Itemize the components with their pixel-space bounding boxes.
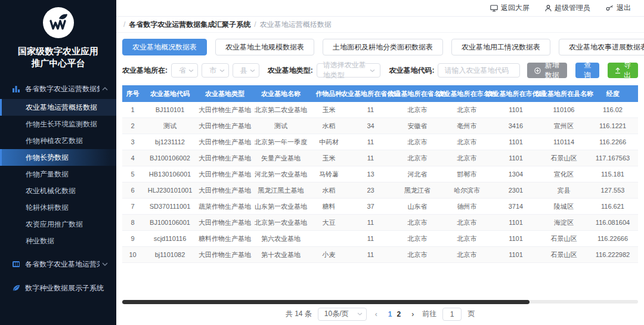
column-header: 农业基地所在省名称 (392, 85, 442, 102)
table-row[interactable]: 10bj1101082大田作物生产基地第十农业基地小麦11北京市北京市1101石… (122, 247, 638, 263)
table-cell: 11 (349, 215, 392, 231)
breadcrumb-system[interactable]: 各省数字农业运营数据集成汇聚子系统 (129, 20, 250, 30)
sidebar-item-2[interactable]: 作物种植农艺数据 (0, 132, 116, 149)
table-row[interactable]: 1BJ110101大田作物生产基地北京第二农业基地玉米11北京市北京市11011… (122, 102, 638, 118)
table-cell: 1101 (491, 150, 540, 166)
goto-page-input[interactable] (442, 308, 462, 321)
table-cell: 117.167563 (587, 150, 638, 166)
prev-page-button[interactable]: ‹ (373, 310, 380, 318)
table-cell: bj1231112 (143, 134, 197, 150)
base-code-input[interactable] (438, 63, 520, 78)
column-header: 农业基地所在县名称 (540, 85, 587, 102)
tab-1[interactable]: 农业基地土地规模数据表 (215, 39, 314, 55)
current-user[interactable]: 超级管理员 (545, 3, 590, 13)
tab-4[interactable]: 农业基地农事进展数据表 (559, 39, 644, 55)
table-cell: 河北第一农业基地 (253, 166, 309, 182)
table-row[interactable]: 6HLJ230101001大田作物生产基地黑龙江黑土基地水稻23黑龙江省哈尔滨市… (122, 182, 638, 199)
table-cell: 石景山区 (540, 247, 587, 263)
horizontal-scrollbar-track[interactable] (122, 300, 638, 304)
table-cell: 11 (349, 231, 392, 247)
sidebar-item-6[interactable]: 轮耕休耕数据 (0, 199, 116, 216)
table-cell: 大豆 (309, 215, 349, 231)
breadcrumb-page: 农业基地运营概括数据 (260, 20, 332, 30)
province-select[interactable]: 省 (171, 63, 198, 78)
column-header: 农业基地所在省代码 (349, 85, 392, 102)
table-cell: 1101 (491, 134, 540, 150)
table-cell: 蔬菜作物生产基地 (197, 199, 253, 215)
table-cell: 测试 (143, 118, 197, 134)
tab-3[interactable]: 农业基地用工情况数据表 (451, 39, 550, 55)
base-type-filter-label: 农业基地类型: (268, 66, 313, 76)
base-type-placeholder: 请选择农业基地类型 (323, 60, 370, 81)
table-cell: 糖料 (309, 199, 349, 215)
sidebar-item-4[interactable]: 作物产量数据 (0, 166, 116, 182)
table-cell: 4 (122, 150, 143, 166)
sidebar-item-8[interactable]: 种业数据 (0, 233, 116, 249)
sidebar-item-3[interactable]: 作物长势数据 (0, 149, 116, 166)
base-type-select[interactable]: 请选择农业基地类型 (317, 63, 381, 78)
city-select[interactable]: 市 (202, 63, 228, 78)
table-cell: 安徽省 (392, 118, 442, 134)
table-cell: 测试 (253, 118, 309, 134)
sidebar-submenu: 农业基地运营概括数据作物生长环境监测数据作物种植农艺数据作物长势数据作物产量数据… (0, 99, 116, 249)
table-cell: 大田作物生产基地 (197, 182, 253, 199)
sidebar-group-collection-subsystem[interactable]: 各省数字农业基地运营采集子系统 (0, 254, 116, 274)
table-cell: 大田作物生产基地 (197, 118, 253, 134)
grid-icon (12, 260, 20, 268)
table-cell: 6 (122, 182, 143, 199)
table-cell: 第十农业基地 (253, 247, 309, 263)
table-row[interactable]: 8BJ100106001大田作物生产基地北京第一农业基地大豆11北京市北京市11… (122, 215, 638, 231)
next-page-button[interactable]: › (409, 310, 416, 318)
table-cell: 3714 (491, 199, 540, 215)
table-cell: 玉米 (309, 150, 349, 166)
export-up-icon (615, 67, 621, 74)
table-cell: 山东省 (392, 199, 442, 215)
sidebar: 国家级数字农业应用 推广中心平台 各省数字农业运营数据集成汇聚子系统 农业基地运… (0, 0, 116, 325)
table-cell: 北京市 (442, 150, 491, 166)
table-cell: 水稻 (309, 182, 349, 199)
page-number-1[interactable]: 1 (386, 310, 395, 318)
back-big-screen-link[interactable]: 返回大屏 (490, 3, 530, 13)
table-cell: 8 (122, 215, 143, 231)
filter-bar: 农业基地所在: 省 市 县 农业基地类型: 请选择农业基地类型 (122, 63, 638, 78)
sidebar-item-5[interactable]: 农业机械化数据 (0, 182, 116, 199)
sidebar-item-7[interactable]: 农资应用推广数据 (0, 216, 116, 233)
tab-bar: 农业基地概况数据表农业基地土地规模数据表土地面积及耕地分类面积数据表农业基地用工… (122, 39, 638, 55)
add-data-button[interactable]: 新增数据 (527, 63, 567, 78)
table-cell: 黑龙江省 (392, 182, 442, 199)
table-cell: 海淀区 (540, 215, 587, 231)
table-cell: 1101 (491, 231, 540, 247)
app-logo (43, 7, 74, 38)
table-cell: 3 (122, 134, 143, 150)
breadcrumb-separator: / (254, 20, 256, 29)
logout-link[interactable]: 退出 (606, 3, 631, 13)
tab-0[interactable]: 农业基地概况数据表 (122, 39, 207, 55)
table-cell: 马铃薯 (309, 166, 349, 182)
export-button[interactable]: 导出 (608, 63, 638, 78)
sidebar-menu: 各省数字农业运营数据集成汇聚子系统 农业基地运营概括数据作物生长环境监测数据作物… (0, 79, 116, 325)
sidebar-item-0[interactable]: 农业基地运营概括数据 (0, 99, 116, 116)
table-row[interactable]: 9scjd110116糖料作物生产基地第六农业基地11北京市北京市1101石景山… (122, 231, 638, 247)
table-row[interactable]: 2测试大田作物生产基地测试水稻34安徽省亳州市3416宣州区116.1221 (122, 118, 638, 134)
table-cell: 北京市 (392, 231, 442, 247)
sidebar-group-seed-display-subsystem[interactable]: 数字种业数据展示子系统 (0, 278, 116, 298)
sidebar-group-integration-subsystem[interactable]: 各省数字农业运营数据集成汇聚子系统 (0, 79, 116, 99)
table-row[interactable]: 4BJ100106002大田作物生产基地矢量产业基地玉米11北京市北京市1101… (122, 150, 638, 166)
sidebar-item-1[interactable]: 作物生长环境监测数据 (0, 116, 116, 132)
page-number-2[interactable]: 2 (395, 310, 404, 318)
horizontal-scrollbar-thumb[interactable] (122, 300, 530, 304)
tab-2[interactable]: 土地面积及耕地分类面积数据表 (323, 39, 443, 55)
table-cell: 哈尔滨市 (442, 182, 491, 199)
table-row[interactable]: 7SD370111001蔬菜作物生产基地山东第一农业基地糖料37山东省德州市37… (122, 199, 638, 215)
main-area: 返回大屏 超级管理员 退出 / 各省数字农业运营数据集成汇聚子系统 / 农业基地… (116, 0, 644, 325)
query-button[interactable]: 查询 (575, 63, 599, 78)
table-cell: 116.621 (587, 199, 638, 215)
page-size-select[interactable]: 10条/页 (318, 308, 367, 321)
data-table: 序号农业基地代码农业基地类型农业基地名称作物品种农业基地所在省代码农业基地所在省… (122, 85, 638, 263)
table-cell: 大田作物生产基地 (197, 247, 253, 263)
table-row[interactable]: 5HB130106001大田作物生产基地河北第一农业基地马铃薯13河北省邯郸市1… (122, 166, 638, 182)
table-cell: 邯郸市 (442, 166, 491, 182)
platform-title-line1: 国家级数字农业应用 (0, 45, 116, 57)
table-row[interactable]: 3bj1231112大田作物生产基地北京第一年一季度中药材11北京市北京市110… (122, 134, 638, 150)
county-select[interactable]: 县 (233, 63, 259, 78)
